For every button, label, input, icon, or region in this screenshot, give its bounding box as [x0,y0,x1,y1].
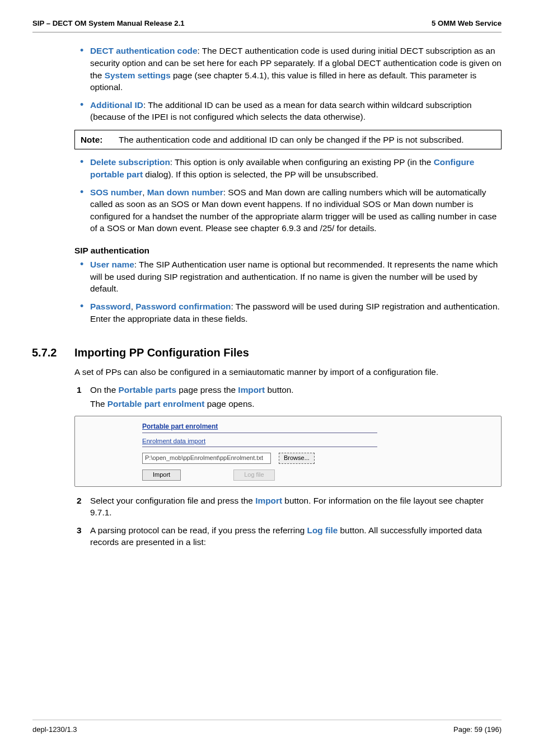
text: Select your configuration file and press… [90,496,255,505]
footer-left: depl-1230/1.3 [32,725,77,735]
file-path-input[interactable]: P:\open_mob\ppEnrolment\ppEnrolment.txt [142,453,271,464]
link-system-settings: System settings [105,71,171,80]
text: page press the [176,385,238,395]
term-additional-id: Additional ID [90,100,143,110]
import-button[interactable]: Import [142,469,181,481]
browse-button[interactable]: Browse... [279,453,315,464]
link-import: Import [238,385,265,395]
term-user-name: User name [90,260,134,269]
log-file-button[interactable]: Log file [233,469,274,481]
term-dect-auth-code: DECT authentication code [90,46,198,55]
subheading-sip-auth: SIP authentication [74,245,502,257]
bullet-list-2: Delete subscription: This option is only… [74,156,502,234]
step-2: Select your configuration file and press… [90,495,502,519]
figure-enrolment: Portable part enrolment Enrolment data i… [74,416,502,487]
text: : The additional ID can be used as a mea… [90,100,472,122]
text: A parsing protocol can be read, if you p… [90,525,307,535]
bullet-dect-auth-code: DECT authentication code: The DECT authe… [90,45,502,93]
link-portable-parts: Portable parts [118,385,176,395]
bullet-list-3: User name: The SIP Authentication user n… [74,259,502,325]
header-right: 5 OMM Web Service [432,18,502,29]
section-title: Importing PP Configuration Files [74,345,249,360]
text: : The SIP Authentication user name is op… [90,260,498,293]
term-password: Password [90,302,131,311]
bullet-list-1: DECT authentication code: The DECT authe… [74,45,502,123]
text: dialog). If this option is selected, the… [143,170,378,179]
step-3: A parsing protocol can be read, if you p… [90,524,502,548]
link-log-file: Log file [307,525,338,535]
header-left: SIP – DECT OM System Manual Release 2.1 [32,18,185,29]
step-list: On the Portable parts page press the Imp… [74,384,502,548]
footer-right: Page: 59 (196) [453,725,502,735]
link-portable-part-enrolment: Portable part enrolment [107,399,205,408]
term-password-confirmation: Password confirmation [135,302,231,311]
text: page opens. [204,399,254,408]
step-1: On the Portable parts page press the Imp… [90,384,502,487]
term-delete-subscription: Delete subscription [90,157,170,167]
link-import: Import [255,496,282,505]
text: On the [90,385,118,395]
text: button. [265,385,293,395]
page-content: DECT authentication code: The DECT authe… [32,32,502,548]
figure-subtitle: Enrolment data import [142,436,377,447]
bullet-delete-subscription: Delete subscription: This option is only… [90,156,502,180]
bullet-user-name: User name: The SIP Authentication user n… [90,259,502,295]
bullet-additional-id: Additional ID: The additional ID can be … [90,99,502,123]
figure-title: Portable part enrolment [142,422,377,433]
sep: , [131,302,136,311]
text: : This option is only available when con… [170,157,434,167]
page-header: SIP – DECT OM System Manual Release 2.1 … [32,18,502,32]
term-sos-number: SOS number [90,187,142,197]
sep: , [142,187,147,197]
page-footer: depl-1230/1.3 Page: 59 (196) [32,720,502,735]
bullet-sos-mandown: SOS number, Man down number: SOS and Man… [90,186,502,234]
bullet-password: Password, Password confirmation: The pas… [90,300,502,325]
text: The [90,399,107,408]
note-label: Note: [81,134,119,146]
note-box: Note: The authentication code and additi… [74,130,502,150]
intro-paragraph: A set of PPs can also be configured in a… [74,366,502,378]
note-text: The authentication code and additional I… [119,134,495,146]
section-heading: 5.7.2 Importing PP Configuration Files [74,345,502,360]
term-man-down-number: Man down number [147,187,223,197]
section-number: 5.7.2 [32,345,74,360]
